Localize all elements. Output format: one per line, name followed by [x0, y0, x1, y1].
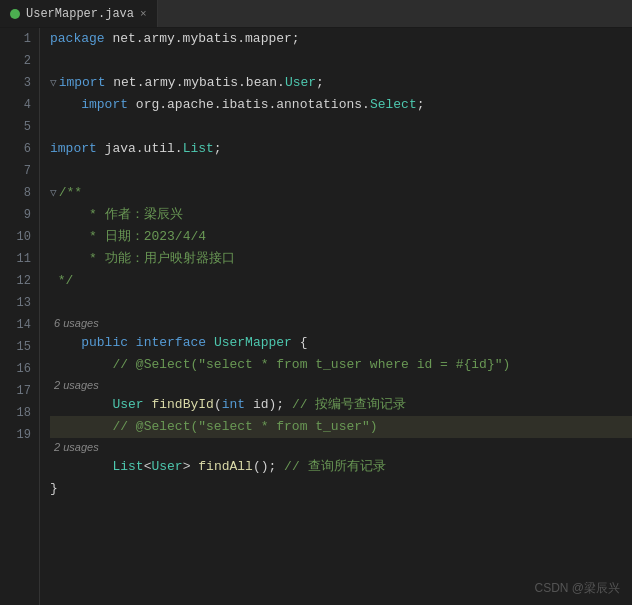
token-plain: <: [144, 456, 152, 478]
code-line-wrapper: 2 usages List<User> findAll(); // 查询所有记录: [50, 438, 632, 478]
token-plain: ;: [316, 72, 324, 94]
token-plain: [50, 204, 89, 226]
token-type: User: [151, 456, 182, 478]
token-type: UserMapper: [214, 332, 292, 354]
token-plain: [50, 94, 81, 116]
code-line: */: [50, 270, 632, 292]
code-line-wrapper: import java.util.List;: [50, 138, 632, 160]
line-number: 15: [8, 336, 31, 358]
token-comment: 日期：2023/4/4: [105, 226, 206, 248]
token-type: List: [183, 138, 214, 160]
token-plain: [50, 394, 112, 416]
token-plain: }: [50, 478, 58, 500]
token-kw2: import: [50, 138, 97, 160]
code-line: List<User> findAll(); // 查询所有记录: [50, 456, 632, 478]
token-plain: [144, 394, 152, 416]
code-line: // @Select("select * from t_user"): [50, 416, 632, 438]
token-plain: org.apache.ibatis.annotations.: [128, 94, 370, 116]
token-kw2: import: [81, 94, 128, 116]
code-line: // @Select("select * from t_user where i…: [50, 354, 632, 376]
line-number: 14: [8, 314, 31, 336]
usages-hint: 6 usages: [50, 314, 632, 332]
token-plain: [50, 416, 112, 438]
token-plain: [50, 248, 89, 270]
token-kw2: import: [59, 72, 106, 94]
editor-container: 12345678910111213141516171819 package ne…: [0, 28, 632, 605]
line-number: 11: [8, 248, 31, 270]
line-number: 2: [8, 50, 31, 72]
line-number: 18: [8, 402, 31, 424]
fold-icon[interactable]: ▽: [50, 72, 57, 94]
usages-hint: 2 usages: [50, 376, 632, 394]
token-plain: [50, 354, 112, 376]
token-plain: net.army.mybatis.bean.: [105, 72, 284, 94]
token-kw: package: [50, 28, 105, 50]
code-line-wrapper: [50, 292, 632, 314]
tab-usermapper[interactable]: UserMapper.java ×: [0, 0, 158, 27]
token-plain: [50, 332, 81, 354]
token-comment: /**: [59, 182, 82, 204]
token-method: findAll: [198, 456, 253, 478]
line-number: 4: [8, 94, 31, 116]
line-number: 6: [8, 138, 31, 160]
code-line-empty: [50, 160, 632, 182]
token-type: Select: [370, 94, 417, 116]
code-line-empty: [50, 116, 632, 138]
token-plain: {: [292, 332, 308, 354]
token-kw: int: [222, 394, 245, 416]
line-number: 12: [8, 270, 31, 292]
code-line: * 作者：梁辰兴: [50, 204, 632, 226]
code-line-wrapper: }: [50, 478, 632, 500]
line-number: 8: [8, 182, 31, 204]
token-comment: // @Select("select * from t_user where i…: [112, 354, 510, 376]
code-line-wrapper: */: [50, 270, 632, 292]
token-kw: public: [81, 332, 128, 354]
code-line: package net.army.mybatis.mapper;: [50, 28, 632, 50]
line-number: 16: [8, 358, 31, 380]
tab-bar: UserMapper.java ×: [0, 0, 632, 28]
line-number: 9: [8, 204, 31, 226]
code-line-wrapper: import org.apache.ibatis.annotations.Sel…: [50, 94, 632, 116]
code-line-wrapper: ▽import net.army.mybatis.bean.User;: [50, 72, 632, 94]
token-comment: 作者：梁辰兴: [105, 204, 183, 226]
code-line: import org.apache.ibatis.annotations.Sel…: [50, 94, 632, 116]
code-line-empty: [50, 50, 632, 72]
line-number: 3: [8, 72, 31, 94]
code-line-wrapper: [50, 160, 632, 182]
token-plain: ;: [417, 94, 425, 116]
token-kw: interface: [136, 332, 206, 354]
token-type: User: [112, 394, 143, 416]
code-line-wrapper: * 作者：梁辰兴: [50, 204, 632, 226]
tab-close[interactable]: ×: [140, 8, 147, 20]
code-line-empty: [50, 292, 632, 314]
line-numbers: 12345678910111213141516171819: [0, 28, 40, 605]
token-comment: *: [89, 248, 105, 270]
code-line-wrapper: [50, 116, 632, 138]
code-line: User findById(int id); // 按编号查询记录: [50, 394, 632, 416]
code-line: }: [50, 478, 632, 500]
line-number: 5: [8, 116, 31, 138]
token-plain: [50, 456, 112, 478]
code-line: public interface UserMapper {: [50, 332, 632, 354]
token-plain: [128, 332, 136, 354]
watermark: CSDN @梁辰兴: [534, 580, 620, 597]
code-line-wrapper: 2 usages User findById(int id); // 按编号查询…: [50, 376, 632, 416]
token-plain: [206, 332, 214, 354]
tab-filename: UserMapper.java: [26, 7, 134, 21]
token-plain: ;: [214, 138, 222, 160]
token-comment: */: [50, 270, 73, 292]
token-type: User: [285, 72, 316, 94]
code-line-wrapper: 6 usages public interface UserMapper {: [50, 314, 632, 354]
code-line-wrapper: [50, 50, 632, 72]
token-plain: id);: [245, 394, 292, 416]
fold-icon[interactable]: ▽: [50, 182, 57, 204]
code-line-wrapper: * 日期：2023/4/4: [50, 226, 632, 248]
line-number: 19: [8, 424, 31, 446]
code-line: ▽/**: [50, 182, 632, 204]
line-number: 13: [8, 292, 31, 314]
token-comment: 功能：用户映射器接口: [105, 248, 235, 270]
token-comment: // @Select("select * from t_user"): [112, 416, 377, 438]
token-comment: *: [89, 226, 105, 248]
token-comment: // 查询所有记录: [284, 456, 385, 478]
token-plain: ();: [253, 456, 284, 478]
